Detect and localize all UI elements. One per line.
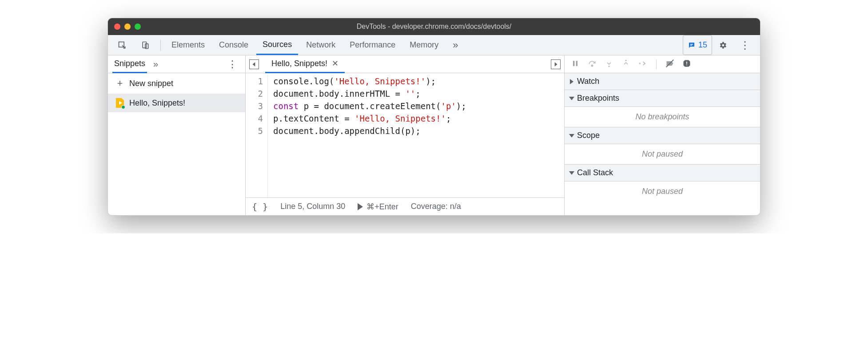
line-gutter: 1 2 3 4 5: [246, 75, 268, 197]
pretty-print-icon[interactable]: { }: [252, 201, 268, 212]
coverage-status: Coverage: n/a: [411, 202, 461, 211]
scope-label: Scope: [577, 131, 600, 140]
svg-rect-6: [576, 61, 577, 66]
editor-tab[interactable]: Hello, Snippets! ✕: [265, 55, 345, 73]
window-controls: [114, 24, 141, 30]
debugger-toolbar: [565, 55, 760, 73]
new-snippet-label: New snippet: [129, 79, 173, 88]
snippet-list: + New snippet Hello, Snippets!: [108, 73, 245, 112]
editor-tabbar: Hello, Snippets! ✕: [246, 55, 564, 73]
tab-snippets[interactable]: Snippets: [112, 55, 147, 73]
breakpoints-section-header[interactable]: Breakpoints: [565, 90, 760, 107]
snippet-item[interactable]: Hello, Snippets!: [108, 94, 245, 112]
close-window-button[interactable]: [114, 24, 120, 30]
tab-sources[interactable]: Sources: [256, 35, 298, 55]
kebab-menu-icon[interactable]: ⋮: [733, 35, 757, 55]
play-icon: [358, 203, 363, 210]
scope-empty: Not paused: [565, 144, 760, 165]
issues-count: 15: [698, 40, 707, 50]
settings-icon[interactable]: [712, 35, 733, 55]
watch-label: Watch: [577, 77, 599, 86]
step-into-icon[interactable]: [605, 59, 613, 70]
more-tabs-icon[interactable]: »: [446, 35, 464, 55]
scope-section-header[interactable]: Scope: [565, 127, 760, 144]
plus-icon: +: [116, 78, 124, 89]
svg-rect-5: [573, 61, 574, 66]
new-snippet-button[interactable]: + New snippet: [108, 73, 245, 94]
debugger-toggle-icon[interactable]: [551, 59, 561, 69]
cursor-position: Line 5, Column 30: [280, 202, 345, 211]
step-over-icon[interactable]: [588, 59, 597, 70]
callstack-empty: Not paused: [565, 181, 760, 201]
step-icon[interactable]: [638, 59, 647, 70]
fullscreen-window-button[interactable]: [135, 24, 141, 30]
code-editor[interactable]: 1 2 3 4 5 console.log('Hello, Snippets!'…: [246, 73, 564, 197]
snippet-file-icon: [116, 98, 124, 108]
issues-badge[interactable]: 15: [683, 35, 712, 55]
breakpoints-label: Breakpoints: [577, 94, 619, 103]
expand-icon: [569, 171, 574, 175]
editor-statusbar: { } Line 5, Column 30 ⌘+Enter Coverage: …: [246, 197, 564, 215]
devtools-window: DevTools - developer.chrome.com/docs/dev…: [108, 18, 760, 216]
callstack-label: Call Stack: [577, 168, 613, 177]
callstack-section-header[interactable]: Call Stack: [565, 165, 760, 181]
tab-memory[interactable]: Memory: [403, 35, 445, 55]
line-number: 3: [246, 100, 263, 112]
tab-performance[interactable]: Performance: [343, 35, 402, 55]
close-tab-icon[interactable]: ✕: [332, 59, 338, 68]
tab-console[interactable]: Console: [213, 35, 255, 55]
line-number: 2: [246, 87, 263, 100]
breakpoints-empty: No breakpoints: [565, 107, 760, 127]
snippet-item-label: Hello, Snippets!: [129, 98, 185, 108]
svg-rect-3: [690, 44, 693, 45]
tab-network[interactable]: Network: [300, 35, 342, 55]
pause-icon[interactable]: [571, 59, 580, 70]
separator: [656, 59, 657, 69]
pause-on-exceptions-icon[interactable]: [682, 59, 691, 70]
main-toolbar: Elements Console Sources Network Perform…: [108, 35, 760, 55]
editor-panel: Hello, Snippets! ✕ 1 2 3 4 5 console.log…: [246, 55, 565, 215]
minimize-window-button[interactable]: [124, 24, 131, 30]
issues-icon: [688, 41, 696, 49]
svg-rect-12: [686, 61, 687, 63]
svg-point-10: [639, 63, 641, 64]
debugger-panel: Watch Breakpoints No breakpoints Scope N…: [565, 55, 760, 215]
deactivate-breakpoints-icon[interactable]: [665, 59, 674, 70]
svg-point-8: [608, 66, 609, 67]
svg-point-7: [591, 65, 593, 66]
navigator-tabs: Snippets » ⋮: [108, 55, 245, 73]
inspect-element-icon[interactable]: [111, 35, 133, 55]
line-number: 5: [246, 125, 263, 137]
line-number: 1: [246, 75, 263, 87]
panels: Snippets » ⋮ + New snippet Hello, Snippe…: [108, 55, 760, 215]
code-content: console.log('Hello, Snippets!');document…: [268, 75, 466, 197]
expand-icon: [569, 134, 574, 138]
tab-elements[interactable]: Elements: [165, 35, 211, 55]
svg-rect-1: [143, 42, 146, 47]
step-out-icon[interactable]: [621, 59, 630, 70]
svg-rect-4: [690, 45, 692, 46]
expand-icon: [570, 79, 573, 84]
navigator-toggle-icon[interactable]: [249, 59, 259, 69]
window-title: DevTools - developer.chrome.com/docs/dev…: [108, 23, 760, 31]
navigator-panel: Snippets » ⋮ + New snippet Hello, Snippe…: [108, 55, 246, 215]
line-number: 4: [246, 112, 263, 125]
watch-section-header[interactable]: Watch: [565, 73, 760, 90]
svg-point-9: [625, 59, 626, 61]
run-snippet-button[interactable]: ⌘+Enter: [358, 202, 398, 212]
run-shortcut: ⌘+Enter: [366, 202, 398, 212]
device-toggle-icon[interactable]: [135, 35, 156, 55]
separator: [160, 40, 161, 51]
expand-icon: [569, 97, 574, 100]
svg-rect-13: [686, 64, 687, 65]
editor-tab-label: Hello, Snippets!: [271, 59, 327, 68]
navigator-kebab-icon[interactable]: ⋮: [224, 59, 241, 70]
more-navigator-tabs-icon[interactable]: »: [153, 59, 158, 69]
titlebar: DevTools - developer.chrome.com/docs/dev…: [108, 18, 760, 35]
